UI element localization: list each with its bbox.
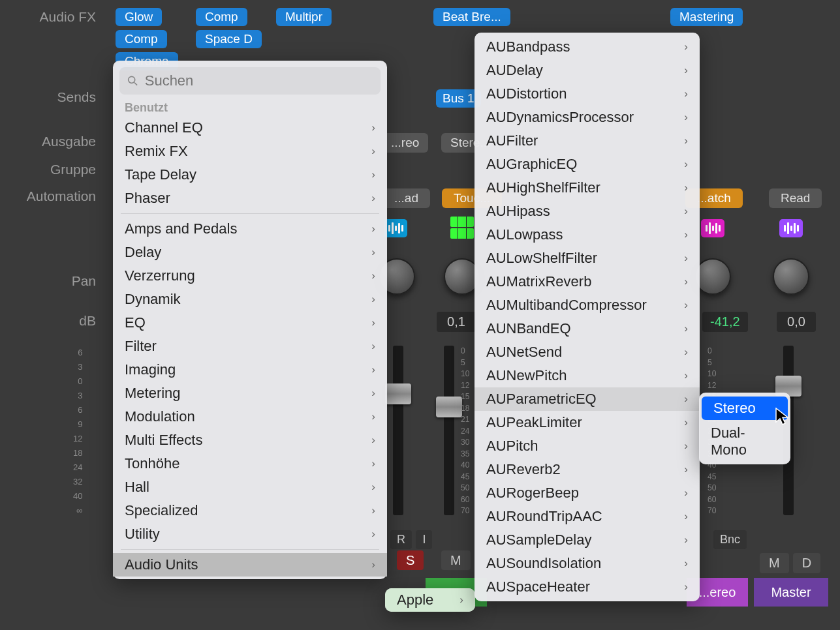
menu-item-dynamics[interactable]: Dynamik›: [113, 288, 387, 311]
dim-button[interactable]: D: [793, 553, 820, 573]
channel-mode-menu[interactable]: Stereo Dual-Mono: [699, 393, 790, 464]
mute-button-2[interactable]: M: [760, 553, 789, 573]
eq-icon[interactable]: [450, 217, 474, 239]
fx-chip-comp1[interactable]: Comp: [116, 30, 167, 48]
menu-item-aumatrixreverb[interactable]: AUMatrixReverb›: [474, 270, 700, 293]
fx-chip-glow[interactable]: Glow: [116, 8, 162, 26]
menu-item-audelay[interactable]: AUDelay›: [474, 59, 700, 82]
menu-item-aupeaklimiter[interactable]: AUPeakLimiter›: [474, 411, 700, 434]
chevron-right-icon: ›: [684, 181, 688, 194]
plugin-search-input[interactable]: [145, 72, 373, 89]
menu-item-ausampledelay[interactable]: AUSampleDelay›: [474, 528, 700, 552]
menu-item-audiounits[interactable]: Audio Units›: [113, 553, 387, 577]
fader-2[interactable]: [444, 346, 454, 515]
chevron-right-icon: ›: [684, 111, 688, 124]
mute-button-1[interactable]: M: [441, 550, 471, 570]
record-enable-button[interactable]: R: [390, 530, 412, 549]
pan-knob-3[interactable]: [694, 258, 731, 295]
manufacturer-menu[interactable]: Apple›: [385, 588, 475, 612]
chevron-right-icon: ›: [684, 322, 688, 335]
fx-chip-mastering[interactable]: Mastering: [670, 8, 743, 26]
menu-item-stereo[interactable]: Stereo: [702, 397, 788, 420]
chevron-right-icon: ›: [371, 293, 375, 306]
menu-item-specialized[interactable]: Specialized›: [113, 499, 387, 522]
label-automation: Automation: [0, 188, 101, 204]
chevron-right-icon: ›: [371, 481, 375, 494]
fx-chip-beatbreaker[interactable]: Beat Bre...: [433, 8, 510, 26]
plugin-menu[interactable]: Benutzt Channel EQ› Remix FX› Tape Delay…: [113, 61, 387, 579]
menu-item-augraphiceq[interactable]: AUGraphicEQ›: [474, 153, 700, 176]
db-value-3[interactable]: 0,0: [777, 312, 816, 332]
menu-item-auspaceheater[interactable]: AUSpaceHeater›: [474, 575, 700, 599]
fx-chip-multipr[interactable]: Multipr: [276, 8, 332, 26]
menu-item-channeleq[interactable]: Channel EQ›: [113, 116, 387, 140]
solo-button[interactable]: S: [397, 550, 424, 570]
menu-item-filter[interactable]: Filter›: [113, 335, 387, 358]
menu-item-aupitch[interactable]: AUPitch›: [474, 434, 700, 458]
menu-item-remixfx[interactable]: Remix FX›: [113, 140, 387, 163]
menu-item-ausoundisolation[interactable]: AUSoundIsolation›: [474, 552, 700, 575]
track-footer-master[interactable]: Master: [754, 578, 828, 607]
waveform-icon-3[interactable]: [779, 219, 803, 237]
menu-item-imaging[interactable]: Imaging›: [113, 358, 387, 382]
chevron-right-icon: ›: [371, 387, 375, 400]
automation-read-2[interactable]: Read: [769, 188, 822, 208]
menu-item-apple[interactable]: Apple›: [385, 588, 475, 612]
plugin-search[interactable]: [119, 67, 381, 95]
menu-divider: [121, 213, 379, 214]
chevron-right-icon: ›: [371, 222, 375, 235]
menu-item-auhipass[interactable]: AUHipass›: [474, 200, 700, 223]
menu-item-eq[interactable]: EQ›: [113, 311, 387, 335]
fx-chip-comp2[interactable]: Comp: [196, 8, 247, 26]
menu-item-aulowpass[interactable]: AULowpass›: [474, 223, 700, 247]
waveform-icon-2[interactable]: [701, 219, 724, 237]
chevron-right-icon: ›: [371, 145, 375, 158]
menu-item-aufilter[interactable]: AUFilter›: [474, 129, 700, 153]
menu-item-phaser[interactable]: Phaser›: [113, 187, 387, 210]
menu-item-aunewpitch[interactable]: AUNewPitch›: [474, 364, 700, 387]
menu-item-amps[interactable]: Amps and Pedals›: [113, 217, 387, 241]
fader-1[interactable]: [393, 346, 403, 515]
chevron-right-icon: ›: [684, 416, 688, 429]
menu-item-audistortion[interactable]: AUDistortion›: [474, 82, 700, 106]
chevron-right-icon: ›: [684, 158, 688, 171]
menu-item-pitch[interactable]: Tonhöhe›: [113, 452, 387, 475]
chevron-right-icon: ›: [684, 134, 688, 147]
bounce-button[interactable]: Bnc: [713, 530, 747, 549]
menu-item-aumultiband[interactable]: AUMultibandCompressor›: [474, 293, 700, 317]
menu-item-utility[interactable]: Utility›: [113, 522, 387, 546]
menu-item-audynamics[interactable]: AUDynamicsProcessor›: [474, 106, 700, 129]
menu-item-reverb[interactable]: Hall›: [113, 475, 387, 499]
menu-divider: [121, 549, 379, 550]
output-stereo-1[interactable]: ...reo: [382, 133, 428, 153]
menu-item-aureverb2[interactable]: AUReverb2›: [474, 458, 700, 481]
au-plugin-menu[interactable]: AUBandpass› AUDelay› AUDistortion› AUDyn…: [474, 33, 700, 601]
waveform-icon-1[interactable]: [384, 219, 407, 237]
menu-item-auparametriceq[interactable]: AUParametricEQ›: [474, 387, 700, 411]
menu-item-aunbandeq[interactable]: AUNBandEQ›: [474, 317, 700, 340]
menu-item-distortion[interactable]: Verzerrung›: [113, 264, 387, 288]
db-value-1[interactable]: 0,1: [437, 312, 476, 332]
menu-item-metering[interactable]: Metering›: [113, 382, 387, 405]
fader-scale-2: 0510121518212430354045506070: [461, 346, 469, 517]
db-value-2[interactable]: -41,2: [702, 312, 748, 332]
menu-item-modulation[interactable]: Modulation›: [113, 405, 387, 428]
menu-item-auroundtripaac[interactable]: AURoundTripAAC›: [474, 505, 700, 528]
menu-item-dualmono[interactable]: Dual-Mono: [699, 421, 790, 462]
pan-knob-4[interactable]: [773, 258, 809, 295]
chevron-right-icon: ›: [684, 40, 688, 53]
chevron-right-icon: ›: [684, 533, 688, 547]
menu-item-delay[interactable]: Delay›: [113, 241, 387, 264]
menu-item-aulowshelf[interactable]: AULowShelfFilter›: [474, 247, 700, 270]
label-pan: Pan: [0, 273, 101, 289]
menu-item-aubandpass[interactable]: AUBandpass›: [474, 35, 700, 59]
chevron-right-icon: ›: [684, 510, 688, 523]
menu-item-aurogerbeep[interactable]: AURogerBeep›: [474, 481, 700, 505]
automation-read-1[interactable]: ...ad: [382, 188, 430, 208]
fx-chip-spaced[interactable]: Space D: [196, 30, 262, 48]
input-monitor-button[interactable]: I: [416, 530, 432, 549]
menu-item-multieffects[interactable]: Multi Effects›: [113, 428, 387, 452]
menu-item-tapedelay[interactable]: Tape Delay›: [113, 163, 387, 187]
menu-item-auhighshelf[interactable]: AUHighShelfFilter›: [474, 176, 700, 200]
menu-item-aunetsend[interactable]: AUNetSend›: [474, 340, 700, 364]
